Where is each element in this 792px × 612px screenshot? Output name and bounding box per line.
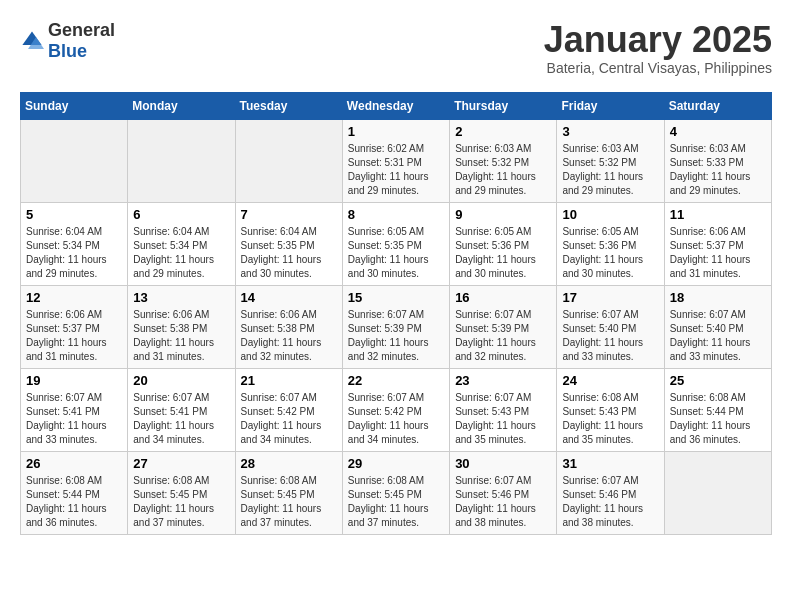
calendar-cell: 9Sunrise: 6:05 AMSunset: 5:36 PMDaylight… <box>450 202 557 285</box>
day-info: Sunrise: 6:05 AMSunset: 5:35 PMDaylight:… <box>348 225 444 281</box>
calendar-cell: 5Sunrise: 6:04 AMSunset: 5:34 PMDaylight… <box>21 202 128 285</box>
calendar-cell <box>21 119 128 202</box>
day-info: Sunrise: 6:07 AMSunset: 5:41 PMDaylight:… <box>26 391 122 447</box>
day-number: 17 <box>562 290 658 305</box>
calendar-week-4: 19Sunrise: 6:07 AMSunset: 5:41 PMDayligh… <box>21 368 772 451</box>
day-info: Sunrise: 6:07 AMSunset: 5:42 PMDaylight:… <box>241 391 337 447</box>
calendar-table: SundayMondayTuesdayWednesdayThursdayFrid… <box>20 92 772 535</box>
calendar-cell: 14Sunrise: 6:06 AMSunset: 5:38 PMDayligh… <box>235 285 342 368</box>
day-info: Sunrise: 6:07 AMSunset: 5:41 PMDaylight:… <box>133 391 229 447</box>
day-number: 29 <box>348 456 444 471</box>
calendar-cell: 3Sunrise: 6:03 AMSunset: 5:32 PMDaylight… <box>557 119 664 202</box>
calendar-cell: 18Sunrise: 6:07 AMSunset: 5:40 PMDayligh… <box>664 285 771 368</box>
day-info: Sunrise: 6:08 AMSunset: 5:44 PMDaylight:… <box>670 391 766 447</box>
day-number: 8 <box>348 207 444 222</box>
day-number: 16 <box>455 290 551 305</box>
calendar-cell <box>128 119 235 202</box>
day-number: 30 <box>455 456 551 471</box>
day-info: Sunrise: 6:07 AMSunset: 5:40 PMDaylight:… <box>562 308 658 364</box>
day-info: Sunrise: 6:08 AMSunset: 5:45 PMDaylight:… <box>133 474 229 530</box>
day-number: 4 <box>670 124 766 139</box>
day-header-wednesday: Wednesday <box>342 92 449 119</box>
day-number: 10 <box>562 207 658 222</box>
calendar-cell: 26Sunrise: 6:08 AMSunset: 5:44 PMDayligh… <box>21 451 128 534</box>
day-number: 20 <box>133 373 229 388</box>
calendar-cell: 19Sunrise: 6:07 AMSunset: 5:41 PMDayligh… <box>21 368 128 451</box>
day-info: Sunrise: 6:05 AMSunset: 5:36 PMDaylight:… <box>562 225 658 281</box>
day-number: 26 <box>26 456 122 471</box>
logo: General Blue <box>20 20 115 62</box>
day-info: Sunrise: 6:04 AMSunset: 5:35 PMDaylight:… <box>241 225 337 281</box>
calendar-week-2: 5Sunrise: 6:04 AMSunset: 5:34 PMDaylight… <box>21 202 772 285</box>
calendar-week-3: 12Sunrise: 6:06 AMSunset: 5:37 PMDayligh… <box>21 285 772 368</box>
day-number: 15 <box>348 290 444 305</box>
day-header-sunday: Sunday <box>21 92 128 119</box>
day-info: Sunrise: 6:08 AMSunset: 5:45 PMDaylight:… <box>348 474 444 530</box>
day-number: 1 <box>348 124 444 139</box>
calendar-cell: 6Sunrise: 6:04 AMSunset: 5:34 PMDaylight… <box>128 202 235 285</box>
calendar-week-5: 26Sunrise: 6:08 AMSunset: 5:44 PMDayligh… <box>21 451 772 534</box>
day-number: 28 <box>241 456 337 471</box>
logo-text: General Blue <box>48 20 115 62</box>
day-number: 24 <box>562 373 658 388</box>
calendar-cell: 29Sunrise: 6:08 AMSunset: 5:45 PMDayligh… <box>342 451 449 534</box>
day-header-friday: Friday <box>557 92 664 119</box>
calendar-cell: 21Sunrise: 6:07 AMSunset: 5:42 PMDayligh… <box>235 368 342 451</box>
calendar-cell: 30Sunrise: 6:07 AMSunset: 5:46 PMDayligh… <box>450 451 557 534</box>
day-number: 25 <box>670 373 766 388</box>
day-header-thursday: Thursday <box>450 92 557 119</box>
day-number: 9 <box>455 207 551 222</box>
day-info: Sunrise: 6:06 AMSunset: 5:38 PMDaylight:… <box>241 308 337 364</box>
day-info: Sunrise: 6:04 AMSunset: 5:34 PMDaylight:… <box>133 225 229 281</box>
calendar-cell: 13Sunrise: 6:06 AMSunset: 5:38 PMDayligh… <box>128 285 235 368</box>
calendar-cell: 27Sunrise: 6:08 AMSunset: 5:45 PMDayligh… <box>128 451 235 534</box>
calendar-cell: 12Sunrise: 6:06 AMSunset: 5:37 PMDayligh… <box>21 285 128 368</box>
day-number: 21 <box>241 373 337 388</box>
day-number: 5 <box>26 207 122 222</box>
day-number: 3 <box>562 124 658 139</box>
day-info: Sunrise: 6:04 AMSunset: 5:34 PMDaylight:… <box>26 225 122 281</box>
day-number: 22 <box>348 373 444 388</box>
day-info: Sunrise: 6:07 AMSunset: 5:46 PMDaylight:… <box>455 474 551 530</box>
day-number: 11 <box>670 207 766 222</box>
day-info: Sunrise: 6:08 AMSunset: 5:44 PMDaylight:… <box>26 474 122 530</box>
calendar-cell: 25Sunrise: 6:08 AMSunset: 5:44 PMDayligh… <box>664 368 771 451</box>
day-info: Sunrise: 6:03 AMSunset: 5:32 PMDaylight:… <box>562 142 658 198</box>
day-info: Sunrise: 6:03 AMSunset: 5:33 PMDaylight:… <box>670 142 766 198</box>
calendar-cell: 4Sunrise: 6:03 AMSunset: 5:33 PMDaylight… <box>664 119 771 202</box>
day-header-tuesday: Tuesday <box>235 92 342 119</box>
day-number: 23 <box>455 373 551 388</box>
calendar-cell <box>235 119 342 202</box>
day-info: Sunrise: 6:05 AMSunset: 5:36 PMDaylight:… <box>455 225 551 281</box>
calendar-cell: 10Sunrise: 6:05 AMSunset: 5:36 PMDayligh… <box>557 202 664 285</box>
day-info: Sunrise: 6:03 AMSunset: 5:32 PMDaylight:… <box>455 142 551 198</box>
day-info: Sunrise: 6:08 AMSunset: 5:45 PMDaylight:… <box>241 474 337 530</box>
calendar-cell: 7Sunrise: 6:04 AMSunset: 5:35 PMDaylight… <box>235 202 342 285</box>
day-number: 14 <box>241 290 337 305</box>
calendar-cell: 15Sunrise: 6:07 AMSunset: 5:39 PMDayligh… <box>342 285 449 368</box>
calendar-cell: 2Sunrise: 6:03 AMSunset: 5:32 PMDaylight… <box>450 119 557 202</box>
calendar-cell: 16Sunrise: 6:07 AMSunset: 5:39 PMDayligh… <box>450 285 557 368</box>
day-number: 19 <box>26 373 122 388</box>
day-header-saturday: Saturday <box>664 92 771 119</box>
day-info: Sunrise: 6:06 AMSunset: 5:38 PMDaylight:… <box>133 308 229 364</box>
day-number: 7 <box>241 207 337 222</box>
day-info: Sunrise: 6:07 AMSunset: 5:46 PMDaylight:… <box>562 474 658 530</box>
day-number: 13 <box>133 290 229 305</box>
calendar-cell: 8Sunrise: 6:05 AMSunset: 5:35 PMDaylight… <box>342 202 449 285</box>
day-info: Sunrise: 6:02 AMSunset: 5:31 PMDaylight:… <box>348 142 444 198</box>
calendar-cell: 11Sunrise: 6:06 AMSunset: 5:37 PMDayligh… <box>664 202 771 285</box>
day-info: Sunrise: 6:07 AMSunset: 5:42 PMDaylight:… <box>348 391 444 447</box>
calendar-cell: 23Sunrise: 6:07 AMSunset: 5:43 PMDayligh… <box>450 368 557 451</box>
calendar-cell <box>664 451 771 534</box>
page-header: General Blue January 2025 Bateria, Centr… <box>20 20 772 76</box>
day-info: Sunrise: 6:07 AMSunset: 5:39 PMDaylight:… <box>455 308 551 364</box>
logo-icon <box>20 29 44 53</box>
day-info: Sunrise: 6:06 AMSunset: 5:37 PMDaylight:… <box>670 225 766 281</box>
day-info: Sunrise: 6:07 AMSunset: 5:40 PMDaylight:… <box>670 308 766 364</box>
location-subtitle: Bateria, Central Visayas, Philippines <box>544 60 772 76</box>
month-title: January 2025 <box>544 20 772 60</box>
day-info: Sunrise: 6:07 AMSunset: 5:43 PMDaylight:… <box>455 391 551 447</box>
day-info: Sunrise: 6:07 AMSunset: 5:39 PMDaylight:… <box>348 308 444 364</box>
calendar-cell: 22Sunrise: 6:07 AMSunset: 5:42 PMDayligh… <box>342 368 449 451</box>
